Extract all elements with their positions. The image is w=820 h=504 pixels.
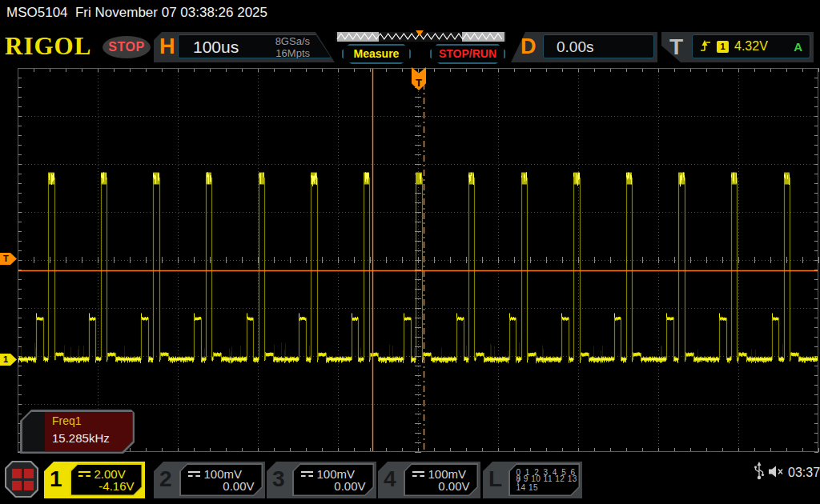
horizontal-settings-widget[interactable]: H 100us 8GSa/s 16Mpts	[154, 32, 335, 62]
channel-4-widget[interactable]: 4 100mV 0.00V	[378, 462, 480, 498]
oscilloscope-screen: MSO5104 Fri November 07 03:38:26 2025 RI…	[0, 0, 820, 504]
channel-1-widget[interactable]: 1 2.00V -4.16V	[44, 462, 145, 498]
channel-1-offset: -4.16V	[98, 479, 134, 493]
channel-1-number: 1	[50, 466, 62, 492]
horizontal-position-bar[interactable]	[336, 30, 506, 42]
logic-channels-8-15: 8 9 10 11 12 13 14 15	[517, 474, 579, 492]
speaker-muted-icon	[768, 466, 784, 478]
dc-coupling-icon	[188, 470, 200, 478]
delay-value: 0.00s	[557, 38, 593, 56]
channel-2-widget[interactable]: 2 100mV 0.00V	[154, 462, 265, 498]
delay-panel: 0.00s	[543, 34, 654, 58]
waveform-overview-icon	[336, 30, 506, 42]
dc-coupling-icon	[412, 470, 424, 478]
channel-2-number: 2	[159, 466, 172, 492]
delay-widget[interactable]: D 0.00s	[511, 32, 657, 62]
delay-label: D	[521, 34, 537, 59]
dc-coupling-icon	[78, 470, 90, 478]
trigger-level-value: 4.32V	[734, 39, 768, 54]
usb-icon	[754, 462, 765, 481]
run-state-badge: STOP	[102, 36, 151, 58]
clock: 03:37	[788, 466, 820, 480]
measurement-name: Freq1	[52, 414, 82, 427]
channel-3-offset: 0.00V	[334, 479, 365, 493]
trigger-sweep-mode: A	[794, 40, 802, 54]
main-menu-button[interactable]	[5, 461, 38, 498]
horizontal-panel: 100us 8GSa/s 16Mpts	[178, 34, 332, 58]
menu-grid-icon	[6, 462, 37, 496]
channel-4-offset: 0.00V	[438, 479, 469, 493]
trigger-label: T	[669, 34, 683, 60]
trigger-source-badge: 1	[717, 41, 729, 53]
channel-3-number: 3	[272, 466, 285, 492]
title-bar: MSO5104 Fri November 07 03:38:26 2025	[0, 0, 820, 27]
model-and-datetime: MSO5104 Fri November 07 03:38:26 2025	[6, 5, 267, 21]
measurement-value: 15.285kHz	[52, 431, 110, 445]
trigger-panel: 1 4.32V A	[692, 34, 810, 58]
timebase-value: 100us	[193, 38, 239, 57]
acquisition-rates: 8GSa/s 16Mpts	[275, 35, 310, 59]
trigger-widget[interactable]: T 1 4.32V A	[661, 32, 814, 62]
channel-4-number: 4	[384, 466, 396, 492]
measure-button[interactable]: Measure	[342, 44, 411, 64]
rigol-logo: RIGOL	[5, 32, 91, 61]
channel-status-bar: 1 2.00V -4.16V 2 100mV 0.00V 3 100mV 0.0…	[0, 454, 820, 504]
horizontal-label: H	[159, 34, 175, 59]
memory-depth: 16Mpts	[275, 47, 310, 59]
logic-pod-widget[interactable]: L 0 1 2 3 4 5 6 7 8 9 10 11 12 13 14 15	[483, 462, 582, 498]
channel-2-offset: 0.00V	[223, 479, 254, 493]
stop-run-button[interactable]: STOP/RUN	[430, 44, 505, 64]
header-bar: RIGOL STOP H 100us 8GSa/s 16Mpts Measure	[0, 27, 820, 66]
sample-rate: 8GSa/s	[275, 35, 310, 47]
channel-3-widget[interactable]: 3 100mV 0.00V	[267, 462, 376, 498]
logic-pod-label: L	[488, 466, 502, 492]
dc-coupling-icon	[301, 470, 313, 478]
measurement-result-panel[interactable]: Freq1 15.285kHz	[20, 410, 135, 454]
rising-edge-icon	[700, 40, 711, 53]
